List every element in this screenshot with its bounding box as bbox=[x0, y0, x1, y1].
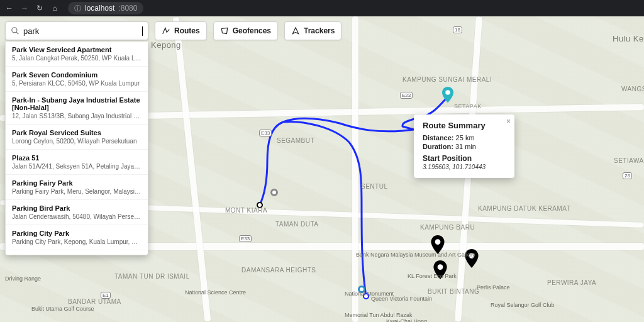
route-shield: E33 bbox=[259, 130, 272, 136]
popup-title: Route Summary bbox=[423, 121, 506, 130]
svg-point-1 bbox=[435, 239, 441, 245]
start-position-value: 3.195603, 101.710443 bbox=[423, 164, 486, 170]
close-icon[interactable]: × bbox=[506, 117, 511, 126]
suggestion-item[interactable]: Plaza 51Jalan 51A/241, Seksyen 51A, Peta… bbox=[6, 150, 148, 175]
search-box[interactable] bbox=[5, 21, 148, 40]
poi-label: Queen Victoria Fountain bbox=[371, 296, 415, 302]
route-shield: E23 bbox=[400, 92, 413, 99]
distance-value: 25 km bbox=[456, 134, 475, 142]
poi-label: Memorial Tun Abdul Razak bbox=[345, 312, 389, 318]
map-label: TAMAN TUN DR ISMAIL bbox=[114, 273, 190, 280]
route-origin-pin[interactable] bbox=[442, 87, 453, 103]
route-shield: E1 bbox=[101, 292, 111, 299]
suggestion-item[interactable]: Park View Serviced Apartment5, Jalan Can… bbox=[6, 42, 148, 67]
search-icon bbox=[11, 26, 19, 35]
map-label: KAMPUNG DATUK KERAMAT bbox=[478, 205, 535, 212]
map-label: SENTUL bbox=[361, 183, 387, 190]
trackers-button[interactable]: Trackers bbox=[284, 21, 341, 40]
routes-label: Routes bbox=[174, 26, 200, 35]
routes-button[interactable]: Routes bbox=[155, 21, 207, 40]
url-port: :8080 bbox=[118, 4, 137, 13]
forward-icon[interactable]: → bbox=[20, 4, 29, 13]
geofences-button[interactable]: Geofences bbox=[213, 21, 278, 40]
svg-point-4 bbox=[12, 28, 17, 33]
poi-label: Driving Range bbox=[5, 275, 41, 282]
map-label: BUKIT BINTANG bbox=[428, 288, 479, 295]
poi-label: KL Forest Eco Park bbox=[408, 273, 442, 279]
map-label: SEGAMBUT bbox=[277, 137, 314, 144]
search-input[interactable] bbox=[23, 26, 140, 36]
map[interactable]: Kepong Hulu Kela MONT KIARA TAMAN DUTA S… bbox=[0, 16, 644, 322]
suggestion-subtitle: Parking Fairy Park, Meru, Selangor, Mala… bbox=[12, 188, 142, 195]
trackers-label: Trackers bbox=[304, 26, 335, 35]
poi-label: Bukit Utama Golf Course bbox=[31, 306, 69, 312]
suggestion-subtitle: Parking City Park, Kepong, Kuala Lumpur,… bbox=[12, 238, 142, 245]
suggestion-title: Parking Fairy Park bbox=[12, 255, 142, 255]
poi-label: Kwai-Chai Hong bbox=[386, 318, 427, 322]
map-label: KAMPUNG SUNGAI MERALI bbox=[402, 76, 453, 83]
routes-icon bbox=[162, 26, 170, 35]
suggestion-subtitle: 12, Jalan SS13/3B, Subang Jaya Industria… bbox=[12, 113, 142, 119]
start-position-heading: Start Position bbox=[423, 154, 506, 163]
suggestion-subtitle: Jalan Cenderawasih, 50480, Wilayah Perse… bbox=[12, 213, 142, 220]
suggestion-title: Park-In - Subang Jaya Industrial Estate … bbox=[12, 96, 142, 111]
home-icon[interactable]: ⌂ bbox=[50, 4, 59, 13]
reload-icon[interactable]: ↻ bbox=[35, 4, 44, 13]
svg-marker-7 bbox=[292, 28, 298, 34]
suggestion-item[interactable]: Park Royal Serviced SuitesLorong Ceylon,… bbox=[6, 125, 148, 150]
suggestion-subtitle: Lorong Ceylon, 50200, Wilayah Persekutua… bbox=[12, 138, 142, 145]
route-shield: 18 bbox=[453, 26, 462, 33]
map-label: DAMANSARA HEIGHTS bbox=[242, 267, 316, 274]
duration-value: 31 min bbox=[455, 143, 476, 150]
back-icon[interactable]: ← bbox=[5, 4, 14, 13]
map-label: SETIAWANGSA bbox=[614, 157, 644, 164]
text-caret bbox=[142, 26, 143, 36]
suggestion-title: Parking Bird Park bbox=[12, 204, 142, 212]
suggestion-subtitle: 5, Persiaran KLCC, 50450, WP Kuala Lumpu… bbox=[12, 80, 142, 87]
svg-point-0 bbox=[445, 90, 450, 95]
duration-label: Duration: bbox=[423, 143, 453, 150]
suggestion-title: Park Seven Condominium bbox=[12, 71, 142, 79]
suggestion-item[interactable]: Parking Fairy ParkParking Fairy Park, Me… bbox=[6, 175, 148, 200]
trackers-icon bbox=[291, 26, 300, 35]
map-label: PERWIRA JAYA bbox=[547, 279, 596, 286]
url-bar[interactable]: ⓘ localhost:8080 bbox=[68, 2, 143, 14]
suggestion-title: Plaza 51 bbox=[12, 154, 142, 162]
poi-label: Royal Selangor Golf Club bbox=[491, 302, 541, 308]
suggestion-subtitle: Jalan 51A/241, Seksyen 51A, Petaling Jay… bbox=[12, 163, 142, 170]
suggestion-title: Park View Serviced Apartment bbox=[12, 46, 142, 53]
browser-chrome: ← → ↻ ⌂ ⓘ localhost:8080 bbox=[0, 0, 644, 16]
map-label: SETAPAK bbox=[454, 103, 482, 109]
svg-marker-6 bbox=[221, 28, 227, 33]
map-label: KAMPUNG BARU bbox=[420, 224, 475, 231]
route-shield: 28 bbox=[623, 172, 632, 179]
suggestion-title: Parking City Park bbox=[12, 230, 142, 237]
suggestion-title: Parking Fairy Park bbox=[12, 179, 142, 187]
map-label: WANGSA MAJU bbox=[621, 86, 644, 92]
svg-point-3 bbox=[438, 264, 443, 270]
suggestion-subtitle: 5, Jalan Cangkat Perak, 50250, WP Kuala … bbox=[12, 55, 142, 62]
controls-row: Routes Geofences Trackers bbox=[5, 21, 341, 40]
distance-label: Distance: bbox=[423, 134, 454, 142]
suggestion-item[interactable]: Parking Bird ParkJalan Cenderawasih, 504… bbox=[6, 200, 148, 225]
info-icon: ⓘ bbox=[74, 4, 81, 13]
suggestion-item[interactable]: Park Seven Condominium5, Persiaran KLCC,… bbox=[6, 67, 148, 92]
suggestion-title: Park Royal Serviced Suites bbox=[12, 129, 142, 136]
map-label: Kepong bbox=[151, 40, 181, 50]
poi-label: Perlis Palace bbox=[477, 284, 510, 291]
url-host: localhost bbox=[85, 4, 114, 13]
route-summary-popup: × Route Summary Distance: 25 km Duration… bbox=[414, 114, 514, 178]
route-shield: E33 bbox=[239, 235, 252, 242]
search-suggestions: Park View Serviced Apartment5, Jalan Can… bbox=[5, 42, 148, 255]
suggestion-item[interactable]: Parking City ParkParking City Park, Kepo… bbox=[6, 225, 148, 250]
map-label: MONT KIARA bbox=[225, 207, 267, 214]
route-waypoint[interactable] bbox=[270, 189, 278, 196]
road bbox=[352, 16, 358, 322]
poi-label: National Science Centre bbox=[185, 289, 216, 296]
suggestion-item[interactable]: Parking Fairy ParkParking Fairy Park, Me… bbox=[6, 250, 148, 255]
map-label: BANDAR UTAMA bbox=[68, 298, 121, 305]
suggestion-item[interactable]: Park-In - Subang Jaya Industrial Estate … bbox=[6, 92, 148, 125]
poi-label: Bank Negara Malaysia Museum and Art Gall… bbox=[356, 252, 413, 258]
map-label: TAMAN DUTA bbox=[275, 221, 319, 228]
geofences-label: Geofences bbox=[233, 26, 271, 35]
